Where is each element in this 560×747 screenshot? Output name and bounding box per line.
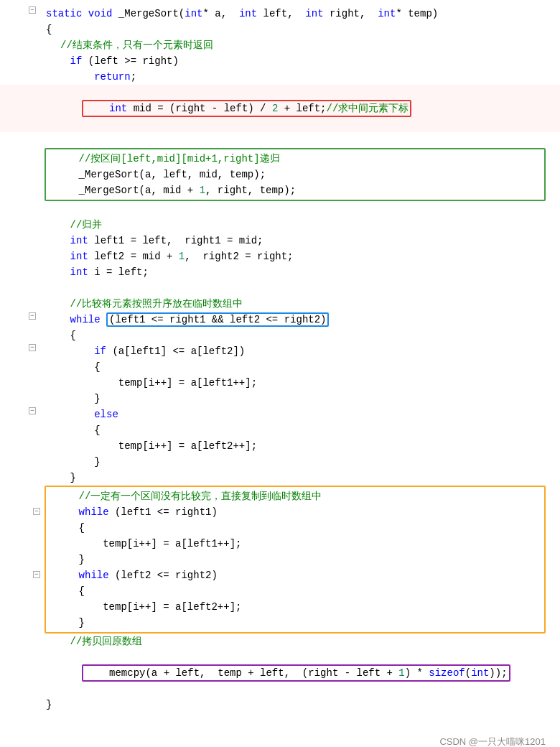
collapse-button[interactable]: − — [29, 312, 36, 320]
code-line: _MergeSort(a, mid + 1, right, temp); — [46, 182, 544, 198]
code-text: temp[i++] = a[left1++]; — [52, 537, 544, 551]
code-text: //按区间[left,mid][mid+1,right]递归 — [52, 152, 544, 166]
code-line: //结束条件，只有一个元素时返回 — [0, 37, 560, 53]
collapse-button[interactable]: − — [29, 407, 36, 414]
code-line: − if (a[left1] <= a[left2]) — [0, 343, 560, 359]
code-text: memcpy(a + left, temp + left, (right - l… — [43, 650, 560, 696]
code-text: } — [43, 697, 560, 712]
code-line: int i = left; — [0, 264, 560, 280]
code-text: //结束条件，只有一个元素时返回 — [43, 38, 560, 52]
code-text: } — [43, 470, 560, 485]
code-line: temp[i++] = a[left2++]; — [46, 599, 544, 615]
code-text — [43, 281, 560, 295]
code-text: while (left1 <= right1) — [52, 505, 544, 519]
yellow-highlight-box: //一定有一个区间没有比较完，直接复制到临时数组中 − while (left1… — [45, 486, 546, 634]
code-text: } — [43, 455, 560, 469]
code-line: } — [0, 391, 560, 407]
code-text: _MergeSort(a, left, mid, temp); — [52, 167, 544, 182]
code-line: int left2 = mid + 1, right2 = right; — [0, 249, 560, 264]
code-text: { — [43, 328, 560, 343]
code-line: } — [46, 615, 544, 631]
code-text: { — [43, 22, 560, 37]
gutter[interactable]: − — [0, 407, 43, 414]
code-line: − while (left2 <= right2) — [46, 567, 544, 583]
code-line: − static void _MergeSort(int* a, int lef… — [0, 6, 560, 22]
code-line: { — [0, 22, 560, 37]
code-text: } — [52, 616, 544, 630]
code-line: temp[i++] = a[left1++]; — [46, 536, 544, 552]
code-text: { — [52, 584, 544, 598]
code-line: temp[i++] = a[left1++]; — [0, 375, 560, 391]
code-line: int left1 = left, right1 = mid; — [0, 233, 560, 249]
code-line — [0, 280, 560, 296]
code-line: //比较将元素按照升序放在临时数组中 — [0, 296, 560, 312]
code-text: int mid = (right - left) / 2 + left;//求中… — [43, 85, 560, 131]
code-text: int left1 = left, right1 = mid; — [43, 233, 560, 248]
code-line: return; — [0, 69, 560, 85]
code-text: } — [43, 391, 560, 406]
code-line: //一定有一个区间没有比较完，直接复制到临时数组中 — [46, 488, 544, 504]
code-text: { — [52, 521, 544, 535]
code-line: − else — [0, 407, 560, 422]
gutter[interactable]: − — [0, 344, 43, 351]
collapse-button[interactable]: − — [29, 6, 36, 14]
code-text: temp[i++] = a[left2++]; — [52, 600, 544, 614]
code-line: { — [0, 328, 560, 343]
gutter[interactable]: − — [0, 312, 43, 320]
code-text: _MergeSort(a, mid + 1, right, temp); — [52, 183, 544, 198]
code-line: if (left >= right) — [0, 53, 560, 69]
code-text: //一定有一个区间没有比较完，直接复制到临时数组中 — [52, 489, 544, 504]
code-line: { — [0, 359, 560, 375]
code-line: } — [0, 470, 560, 486]
code-text: int i = left; — [43, 265, 560, 279]
code-line: //归并 — [0, 217, 560, 233]
footer: CSDN @一只大喵咪1201 — [439, 736, 546, 747]
collapse-button[interactable]: − — [33, 508, 40, 515]
code-text: if (left >= right) — [43, 54, 560, 68]
code-line-highlighted-red: int mid = (right - left) / 2 + left;//求中… — [0, 85, 560, 132]
code-text: while (left1 <= right1 && left2 <= right… — [43, 312, 560, 327]
code-line: _MergeSort(a, left, mid, temp); — [46, 167, 544, 182]
collapse-button[interactable]: − — [33, 571, 40, 578]
code-text: if (a[left1] <= a[left2]) — [43, 344, 560, 358]
code-text: //归并 — [43, 218, 560, 232]
code-line-memcpy: memcpy(a + left, temp + left, (right - l… — [0, 649, 560, 697]
code-line: temp[i++] = a[left2++]; — [0, 438, 560, 454]
code-line: //按区间[left,mid][mid+1,right]递归 — [46, 151, 544, 167]
code-text — [43, 133, 560, 147]
code-line: { — [46, 520, 544, 536]
code-line — [0, 201, 560, 217]
code-line: //拷贝回原数组 — [0, 634, 560, 649]
code-text: temp[i++] = a[left1++]; — [43, 376, 560, 390]
code-line — [0, 132, 560, 148]
code-text: else — [43, 407, 560, 422]
code-text: temp[i++] = a[left2++]; — [43, 439, 560, 453]
code-text: { — [43, 423, 560, 437]
gutter[interactable]: − — [0, 6, 43, 14]
code-text: } — [52, 552, 544, 567]
code-text: //拷贝回原数组 — [43, 634, 560, 649]
code-line: } — [0, 697, 560, 713]
green-highlight-box: //按区间[left,mid][mid+1,right]递归 _MergeSor… — [45, 148, 546, 201]
code-text: { — [43, 360, 560, 374]
collapse-button[interactable]: − — [29, 344, 36, 351]
code-line: { — [0, 422, 560, 438]
code-container: − static void _MergeSort(int* a, int lef… — [0, 0, 560, 747]
code-text: //比较将元素按照升序放在临时数组中 — [43, 297, 560, 311]
code-line: } — [0, 454, 560, 470]
code-line: { — [46, 583, 544, 599]
code-text: while (left2 <= right2) — [52, 568, 544, 583]
code-text: static void _MergeSort(int* a, int left,… — [43, 6, 560, 21]
code-line: − while (left1 <= right1) — [46, 504, 544, 520]
code-line: } — [46, 552, 544, 567]
code-text: return; — [43, 70, 560, 84]
code-text — [43, 202, 560, 216]
code-text: int left2 = mid + 1, right2 = right; — [43, 249, 560, 264]
code-line-while: − while (left1 <= right1 && left2 <= rig… — [0, 312, 560, 328]
